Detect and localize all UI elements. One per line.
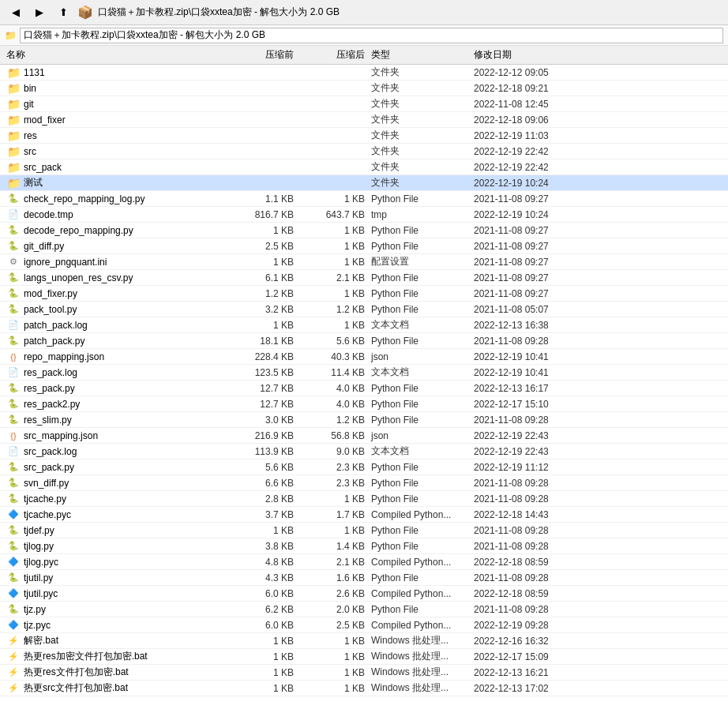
table-row[interactable]: 🐍 check_repo_mapping_log.py 1.1 KB 1 KB … [0,191,728,207]
file-compressed: 3.8 KB [229,541,300,552]
column-header[interactable]: 名称 压缩前 压缩后 类型 修改日期 [0,46,728,65]
file-name: src [21,146,234,157]
table-row[interactable]: 📄 patch_pack.log 1 KB 1 KB 文本文档 2022-12-… [0,317,728,333]
table-row[interactable]: 🐍 tjlog.py 3.8 KB 1.4 KB Python File 202… [0,538,728,554]
file-date: 2021-11-08 09:27 [474,257,592,268]
up-button[interactable]: ⬆ [54,3,73,22]
table-row[interactable]: 📁 git 文件夹 2022-11-08 12:45 [0,96,728,112]
table-row[interactable]: 🐍 tjdef.py 1 KB 1 KB Python File 2021-11… [0,523,728,538]
file-date: 2022-12-19 22:43 [474,446,592,457]
file-name: langs_unopen_res_csv.py [21,272,234,283]
table-row[interactable]: 🐍 res_pack.py 12.7 KB 4.0 KB Python File… [0,381,728,396]
table-row[interactable]: 📄 src_pack.log 113.9 KB 9.0 KB 文本文档 2022… [0,444,728,460]
table-row[interactable]: 🔷 tjcache.pyc 3.7 KB 1.7 KB Compiled Pyt… [0,507,728,523]
table-row[interactable]: 🐍 patch_pack.py 18.1 KB 5.6 KB Python Fi… [0,333,728,349]
file-compressed: 2.5 KB [229,241,300,252]
file-type: 文本文档 [371,366,474,379]
file-date: 2022-12-19 10:24 [474,178,592,189]
file-compressed: 123.5 KB [229,367,300,378]
table-row[interactable]: {} src_mapping.json 216.9 KB 56.8 KB jso… [0,428,728,444]
table-row[interactable]: 🐍 mod_fixer.py 1.2 KB 1 KB Python File 2… [0,286,728,302]
file-name: tjlog.py [21,541,234,552]
file-compressed: 1 KB [229,225,300,236]
file-compressed: 4.3 KB [229,572,300,583]
table-row[interactable]: ⚙ ignore_pngquant.ini 1 KB 1 KB 配置设置 202… [0,254,728,270]
file-name: tjcache.pyc [21,509,234,520]
file-icon: ⚙ [6,255,21,269]
table-row[interactable]: ⚡ 解密.bat 1 KB 1 KB Windows 批处理... 2022-1… [0,633,728,649]
col-uncompressed-header[interactable]: 压缩后 [300,48,371,62]
address-input[interactable] [20,28,723,43]
table-row[interactable]: 📄 decode.tmp 816.7 KB 643.7 KB tmp 2022-… [0,207,728,223]
file-type: 文件夹 [371,66,474,79]
table-row[interactable]: 📁 src_pack 文件夹 2022-12-19 22:42 [0,159,728,175]
table-row[interactable]: 📁 src 文件夹 2022-12-19 22:42 [0,144,728,159]
table-row[interactable]: 🐍 res_slim.py 3.0 KB 1.2 KB Python File … [0,412,728,428]
table-row[interactable]: 🐍 res_pack2.py 12.7 KB 4.0 KB Python Fil… [0,396,728,412]
table-row[interactable]: 🔷 tjz.pyc 6.0 KB 2.5 KB Compiled Python.… [0,617,728,633]
file-date: 2022-12-19 10:41 [474,351,592,362]
file-type: 文本文档 [371,318,474,332]
file-uncompressed: 1 KB [300,225,371,236]
file-name: src_pack [21,162,234,173]
table-row[interactable]: 🔷 tjutil.pyc 6.0 KB 2.6 KB Compiled Pyth… [0,586,728,602]
file-date: 2022-12-19 10:41 [474,367,592,378]
table-row[interactable]: 🐍 pack_tool.py 3.2 KB 1.2 KB Python File… [0,302,728,317]
file-uncompressed: 5.6 KB [300,336,371,347]
forward-button[interactable]: ▶ [30,3,49,22]
table-row[interactable]: 📄 res_pack.log 123.5 KB 11.4 KB 文本文档 202… [0,365,728,381]
file-icon: 🐍 [6,334,21,348]
file-type: Python File [371,272,474,283]
col-type-header[interactable]: 类型 [371,48,474,62]
table-row[interactable]: 📁 测试 文件夹 2022-12-19 10:24 [0,175,728,191]
file-type: Python File [371,304,474,315]
file-uncompressed: 2.3 KB [300,462,371,473]
file-uncompressed: 2.1 KB [300,557,371,568]
file-uncompressed: 1 KB [300,257,371,268]
table-row[interactable]: 🐍 svn_diff.py 6.6 KB 2.3 KB Python File … [0,475,728,491]
title-bar: ◀ ▶ ⬆ 📦 口袋猫＋加卡教程.zip\口袋xxtea加密 - 解包大小为 2… [0,0,728,25]
path-icon: 📁 [5,30,17,41]
file-type: tmp [371,209,474,220]
table-row[interactable]: 📁 mod_fixer 文件夹 2022-12-18 09:06 [0,112,728,128]
table-row[interactable]: 🐍 decode_repo_mapping.py 1 KB 1 KB Pytho… [0,223,728,238]
file-icon: ⚡ [6,650,21,664]
table-row[interactable]: 📁 1131 文件夹 2022-12-12 09:05 [0,65,728,81]
table-row[interactable]: 📁 bin 文件夹 2022-12-18 09:21 [0,81,728,96]
table-row[interactable]: 📁 res 文件夹 2022-12-19 11:03 [0,128,728,144]
col-name-header[interactable]: 名称 [0,48,229,62]
file-uncompressed: 1 KB [300,320,371,331]
file-name: bin [21,83,234,94]
table-row[interactable]: {} repo_mapping.json 228.4 KB 40.3 KB js… [0,349,728,365]
file-type: Compiled Python... [371,509,474,520]
file-name: tjlog.pyc [21,557,234,568]
file-icon: 📁 [6,66,21,80]
back-button[interactable]: ◀ [6,3,25,22]
table-row[interactable]: 🐍 tjcache.py 2.8 KB 1 KB Python File 202… [0,491,728,507]
file-date: 2022-12-17 15:10 [474,399,592,410]
col-compressed-header[interactable]: 压缩前 [229,48,300,62]
table-row[interactable]: ⚡ 热更res加密文件打包加密.bat 1 KB 1 KB Windows 批处… [0,649,728,665]
file-compressed: 18.1 KB [229,336,300,347]
file-type: Python File [371,525,474,536]
table-row[interactable]: 🔷 tjlog.pyc 4.8 KB 2.1 KB Compiled Pytho… [0,554,728,570]
file-uncompressed: 56.8 KB [300,430,371,441]
file-name: mod_fixer.py [21,288,234,299]
file-icon: 🐍 [6,381,21,396]
file-icon: 🐍 [6,302,21,317]
table-row[interactable]: ⚡ 热更src文件打包加密.bat 1 KB 1 KB Windows 批处理.… [0,681,728,696]
file-name: src_pack.py [21,462,234,473]
table-row[interactable]: 🐍 tjz.py 6.2 KB 2.0 KB Python File 2021-… [0,602,728,617]
file-compressed: 3.7 KB [229,509,300,520]
table-row[interactable]: 🐍 tjutil.py 4.3 KB 1.6 KB Python File 20… [0,570,728,586]
file-date: 2021-11-08 09:28 [474,478,592,489]
file-date: 2021-11-08 09:28 [474,336,592,347]
file-date: 2022-12-19 10:24 [474,209,592,220]
table-row[interactable]: 🐍 src_pack.py 5.6 KB 2.3 KB Python File … [0,460,728,475]
file-date: 2021-11-08 09:27 [474,225,592,236]
file-uncompressed: 4.0 KB [300,399,371,410]
table-row[interactable]: 🐍 langs_unopen_res_csv.py 6.1 KB 2.1 KB … [0,270,728,286]
col-date-header[interactable]: 修改日期 [474,48,592,62]
table-row[interactable]: 🐍 git_diff.py 2.5 KB 1 KB Python File 20… [0,238,728,254]
table-row[interactable]: ⚡ 热更res文件打包加密.bat 1 KB 1 KB Windows 批处理.… [0,665,728,681]
